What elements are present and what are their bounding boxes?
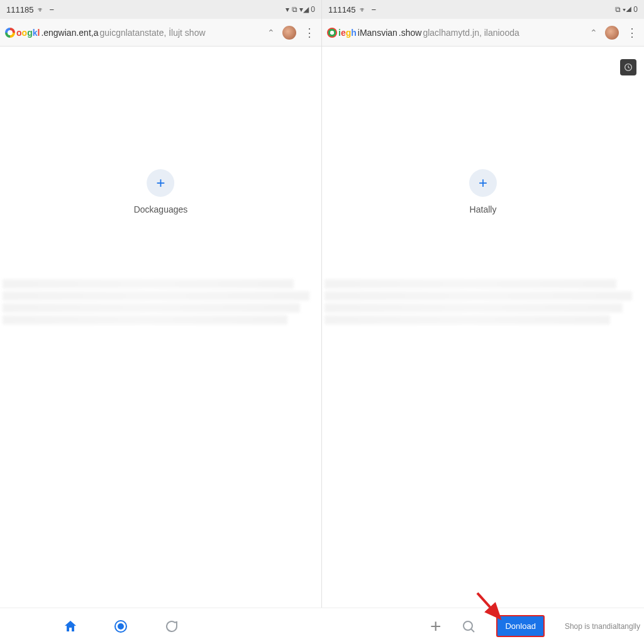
shortcut-add-circle[interactable]: + <box>147 169 175 197</box>
svg-point-3 <box>464 621 472 630</box>
status-time: 111185 ᯤ − <box>6 5 54 14</box>
plus-icon: + <box>479 175 487 191</box>
shortcut-label: Dockaguages <box>134 204 188 214</box>
status-indicators: ▾ ⧉ ▾◢ 0 <box>286 5 315 14</box>
blurred-text-block <box>325 279 641 327</box>
page-content: + Hatally <box>322 47 644 644</box>
plus-icon: + <box>156 175 165 191</box>
new-tab-plus-icon[interactable]: + <box>430 616 441 637</box>
kebab-menu-icon[interactable]: ⋮ <box>624 26 639 40</box>
search-icon[interactable] <box>461 619 476 634</box>
svg-point-2 <box>118 624 123 629</box>
nav-right-group: + Donload Shop is tnandialtanglly <box>430 615 644 637</box>
footer-caption: Shop is tnandialtanglly <box>565 622 640 631</box>
chat-icon[interactable] <box>164 619 179 634</box>
shortcut-add-circle[interactable]: + <box>469 169 497 197</box>
corner-badge-icon[interactable] <box>620 59 636 75</box>
url-host-colored: iegh <box>338 28 357 38</box>
status-time: 111145 ᯤ − <box>328 5 376 14</box>
url-field[interactable]: oogkl .engwian.ent,a guicgnlatanstate, İ… <box>5 28 260 38</box>
dash-icon: − <box>49 5 54 14</box>
status-bar: 111145 ᯤ − ⧉ ▾◢ 0 <box>322 0 644 19</box>
signal-icons: ▾ ⧉ ▾◢ 0 <box>286 5 315 14</box>
kebab-menu-icon[interactable]: ⋮ <box>301 26 316 40</box>
url-path: guicgnlatanstate, İlujt show <box>99 28 205 38</box>
blurred-line <box>3 303 300 313</box>
nav-left-group <box>0 619 179 634</box>
clock: 111185 <box>6 5 33 14</box>
signal-icons: ⧉ ▾◢ 0 <box>615 5 638 14</box>
dash-icon: − <box>371 5 376 14</box>
address-bar: oogkl .engwian.ent,a guicgnlatanstate, İ… <box>0 19 321 47</box>
url-host-colored: oogkl <box>16 28 40 38</box>
shortcut-label: Hatally <box>470 204 497 214</box>
blurred-line <box>3 291 309 301</box>
page-content: + Dockaguages <box>0 47 321 644</box>
url-path: glaclhamytd.jn, ilaniooda <box>423 28 519 38</box>
clock: 111145 <box>328 5 355 14</box>
status-indicators: ⧉ ▾◢ 0 <box>615 5 638 14</box>
blurred-line <box>325 315 610 325</box>
status-bar: 111185 ᯤ − ▾ ⧉ ▾◢ 0 <box>0 0 321 19</box>
profile-avatar[interactable] <box>282 26 296 40</box>
site-favicon-icon <box>327 28 337 38</box>
blurred-line <box>325 291 632 301</box>
blurred-line <box>3 315 287 325</box>
chevron-up-icon[interactable]: ⌃ <box>587 25 600 40</box>
blurred-line <box>3 279 294 289</box>
address-bar: iegh iMansvian .show glaclhamytd.jn, ila… <box>322 19 644 47</box>
shortcut-tile[interactable]: + Dockaguages <box>134 169 188 214</box>
url-host-suffix: .show <box>399 28 422 38</box>
screen-right: 111145 ᯤ − ⧉ ▾◢ 0 iegh iMansvian .show g… <box>322 0 644 644</box>
blurred-line <box>325 303 623 313</box>
download-button-label: Donload <box>505 621 535 631</box>
url-host-mid: iMansvian <box>358 28 397 38</box>
url-field[interactable]: iegh iMansvian .show glaclhamytd.jn, ila… <box>327 28 582 38</box>
download-button[interactable]: Donload <box>496 615 544 637</box>
chevron-up-icon[interactable]: ⌃ <box>265 25 277 40</box>
site-favicon-icon <box>5 28 15 38</box>
blurred-text-block <box>3 279 319 327</box>
url-host: .engwian.ent,a <box>41 28 98 38</box>
wifi-small-icon: ᯤ <box>359 5 367 14</box>
target-circle-icon[interactable] <box>113 619 128 634</box>
home-icon[interactable] <box>63 619 78 634</box>
wifi-small-icon: ᯤ <box>37 5 45 14</box>
profile-avatar[interactable] <box>605 26 619 40</box>
blurred-line <box>325 279 616 289</box>
screen-left: 111185 ᯤ − ▾ ⧉ ▾◢ 0 oogkl .engwian.ent,a… <box>0 0 322 644</box>
shortcut-tile[interactable]: + Hatally <box>469 169 497 214</box>
bottom-nav: + Donload Shop is tnandialtanglly <box>0 608 644 644</box>
